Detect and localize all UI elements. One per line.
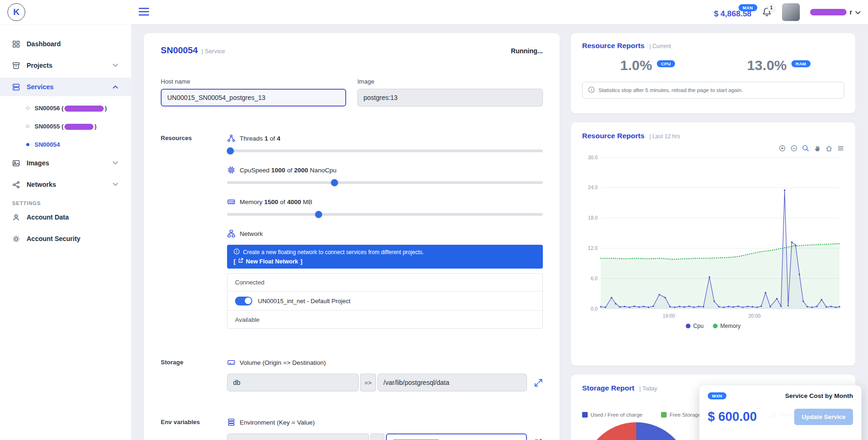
cpuspeed-slider-thumb[interactable]	[331, 179, 338, 186]
service-subtitle: | Service	[201, 48, 225, 55]
app-logo[interactable]: K	[7, 3, 25, 21]
legend-cpu[interactable]: Cpu	[686, 323, 704, 329]
settings-section-header: SETTINGS	[0, 200, 131, 206]
user-avatar[interactable]	[782, 3, 800, 21]
network-table: Connected UN00015_int_net - Default Proj…	[227, 273, 543, 329]
monthly-cost-amount: $ 600.00	[708, 410, 757, 424]
hostname-input[interactable]	[161, 89, 346, 106]
expand-volume-button[interactable]	[534, 378, 543, 387]
env-value-input[interactable]: 5	[386, 433, 527, 440]
float-network-banner[interactable]: Create a new floating network to connect…	[227, 245, 543, 269]
env-equals-addon: =	[370, 433, 384, 440]
cpuspeed-row: CpuSpeed 1000 of 2000 NanoCpu	[227, 165, 543, 175]
cpuspeed-slider[interactable]	[227, 181, 543, 184]
memory-color-dot	[713, 324, 718, 328]
card-subtitle: | Current	[649, 43, 671, 50]
network-row: Network	[227, 229, 543, 238]
cost-popup-title: Service Cost by Month	[785, 392, 853, 399]
bullet-icon	[26, 125, 29, 128]
sidebar-subitem-sn00055[interactable]: SN00055 ()	[0, 117, 131, 135]
layers-icon	[227, 418, 235, 426]
sidebar-item-images[interactable]: Images	[0, 154, 131, 172]
sidebar-item-networks[interactable]: Networks	[0, 175, 131, 194]
sidebar-subitem-sn00056[interactable]: SN00056 ()	[0, 99, 131, 117]
connected-header-row: Connected	[228, 274, 542, 291]
selection-zoom-icon[interactable]	[802, 145, 809, 152]
env-header-row: Environment (Key = Value)	[227, 418, 543, 427]
images-picture-icon	[12, 159, 20, 167]
service-cost-popup: MXN Service Cost by Month $ 600.00 Updat…	[699, 385, 861, 440]
sidebar-subitem-sn00054[interactable]: SN00054	[0, 135, 131, 154]
update-service-button[interactable]: Update Service	[794, 409, 853, 425]
legend-memory[interactable]: Memory	[713, 323, 740, 329]
user-menu[interactable]: r	[810, 8, 861, 16]
dashboard-grid-icon	[12, 40, 20, 48]
home-reset-icon[interactable]	[825, 145, 832, 152]
active-bullet-icon	[26, 143, 29, 146]
edit-env-button[interactable]	[534, 438, 543, 440]
svg-text:6.0: 6.0	[591, 276, 598, 281]
sidebar-item-account-security[interactable]: Account Security	[0, 229, 131, 248]
env-key-input[interactable]	[227, 433, 369, 440]
chart-toolbar	[582, 145, 844, 152]
resource-history-chart[interactable]: 0.06.012.018.024.030.019:0020:00	[582, 153, 844, 321]
image-input[interactable]	[357, 89, 543, 106]
storage-pie-chart[interactable]	[583, 422, 690, 440]
redacted-project-name	[64, 124, 93, 130]
svg-text:20:00: 20:00	[748, 313, 761, 319]
network-toggle[interactable]	[235, 297, 252, 305]
free-storage-color-square	[661, 412, 667, 418]
networks-share-icon	[12, 181, 20, 189]
card-subtitle: | Today	[639, 385, 657, 392]
sidebar-item-services[interactable]: Services	[0, 78, 131, 96]
ram-percentage: 13.0%	[747, 57, 787, 73]
caret-down-icon	[855, 8, 861, 16]
chart-menu-icon[interactable]	[837, 145, 844, 152]
username-redacted	[810, 9, 847, 15]
svg-text:0.0: 0.0	[591, 306, 598, 312]
sidebar-item-account-data[interactable]: Account Data	[0, 208, 131, 227]
cpu-percentage: 1.0%	[620, 57, 652, 73]
chart-legend: Cpu Memory	[582, 323, 844, 329]
projects-box-icon	[12, 62, 20, 70]
info-icon	[588, 86, 595, 94]
threads-slider-thumb[interactable]	[227, 148, 234, 155]
sidebar-item-dashboard[interactable]: Dashboard	[0, 35, 131, 53]
threads-icon	[227, 134, 235, 142]
ram-stat: 13.0% RAM	[713, 57, 845, 73]
right-column: Resource Reports | Current 1.0% CPU 13.0…	[571, 33, 855, 440]
volume-header-row: Volume (Origin => Destination)	[227, 358, 543, 367]
volume-destination-input[interactable]	[377, 374, 527, 391]
zoom-in-icon[interactable]	[779, 145, 786, 152]
env-section-label: Env variables	[161, 418, 227, 440]
svg-text:18.0: 18.0	[588, 215, 598, 220]
volume-arrow-addon: =>	[360, 374, 376, 391]
card-title: Resource Reports	[582, 132, 645, 140]
cpu-chip-icon	[227, 166, 235, 174]
used-free-color-square	[582, 412, 588, 418]
sidebar-item-projects[interactable]: Projects	[0, 56, 131, 75]
notifications-button[interactable]: 1	[762, 7, 772, 19]
svg-text:30.0: 30.0	[588, 155, 598, 160]
legend-used-free[interactable]: Used / Free of charge	[582, 412, 642, 418]
threads-slider[interactable]	[227, 149, 543, 152]
zoom-out-icon[interactable]	[790, 145, 797, 152]
network-hub-icon	[227, 229, 235, 238]
legend-free-storage[interactable]: Free Storage	[661, 412, 701, 418]
card-title: Storage Report	[582, 384, 634, 392]
memory-slider-thumb[interactable]	[315, 211, 322, 218]
svg-text:19:00: 19:00	[662, 313, 675, 319]
new-float-network-link[interactable]: [ New Float Network ]	[234, 258, 536, 265]
hamburger-menu-icon[interactable]	[138, 7, 149, 18]
service-status: Running...	[511, 47, 543, 55]
service-title: SN00054	[161, 45, 198, 56]
sidebar-nav: Dashboard Projects Services SN00056 () S…	[0, 24, 131, 440]
memory-slider[interactable]	[227, 213, 543, 216]
cpu-badge: CPU	[657, 60, 675, 67]
ram-icon	[227, 198, 235, 206]
volume-origin-input[interactable]	[227, 374, 359, 391]
chevron-up-icon	[113, 85, 118, 89]
available-header-row: Available	[228, 311, 542, 328]
currency-badge: MXN	[708, 392, 726, 399]
pan-hand-icon[interactable]	[814, 145, 821, 152]
